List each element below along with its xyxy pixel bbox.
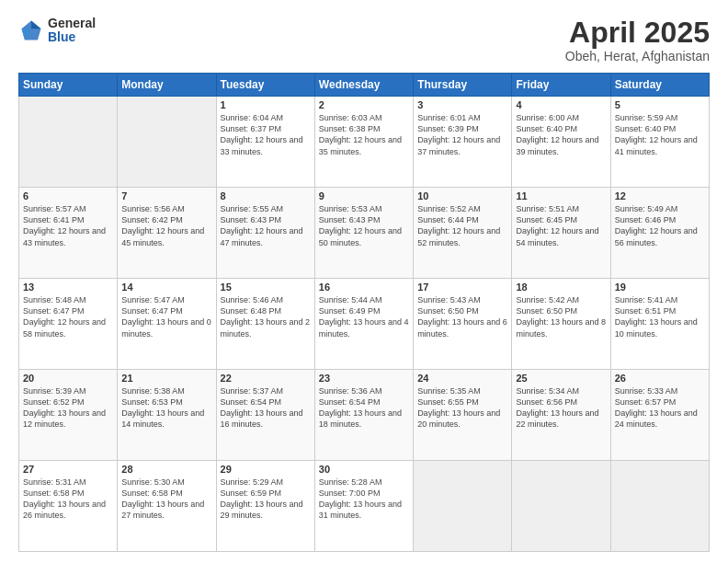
table-row: 12 Sunrise: 5:49 AM Sunset: 6:46 PM Dayl… [610, 188, 709, 279]
table-row: 25 Sunrise: 5:34 AM Sunset: 6:56 PM Dayl… [512, 370, 610, 461]
day-number: 10 [417, 190, 507, 201]
calendar-week-2: 6 Sunrise: 5:57 AM Sunset: 6:41 PM Dayli… [19, 188, 710, 279]
cell-content: Sunrise: 5:53 AM Sunset: 6:43 PM Dayligh… [319, 203, 409, 248]
cell-content: Sunrise: 6:01 AM Sunset: 6:39 PM Dayligh… [417, 112, 507, 157]
table-row: 26 Sunrise: 5:33 AM Sunset: 6:57 PM Dayl… [610, 370, 709, 461]
sunrise-text: Sunrise: 5:52 AM [417, 204, 481, 213]
sunrise-text: Sunrise: 5:49 AM [615, 204, 678, 213]
cell-content: Sunrise: 5:37 AM Sunset: 6:54 PM Dayligh… [221, 385, 311, 431]
sunset-text: Sunset: 6:54 PM [319, 397, 381, 407]
calendar-week-3: 13 Sunrise: 5:48 AM Sunset: 6:47 PM Dayl… [19, 279, 710, 370]
col-friday: Friday [512, 74, 610, 97]
sunset-text: Sunset: 6:58 PM [121, 488, 183, 498]
sunset-text: Sunset: 6:51 PM [615, 306, 677, 316]
daylight-text: Daylight: 13 hours and 20 minutes. [417, 408, 500, 429]
table-row: 30 Sunrise: 5:28 AM Sunset: 7:00 PM Dayl… [314, 461, 413, 552]
table-row: 24 Sunrise: 5:35 AM Sunset: 6:55 PM Dayl… [414, 370, 512, 461]
table-row: 7 Sunrise: 5:56 AM Sunset: 6:42 PM Dayli… [118, 188, 216, 279]
day-number: 9 [319, 190, 409, 201]
sunrise-text: Sunrise: 5:53 AM [319, 204, 382, 213]
day-number: 11 [516, 190, 606, 201]
table-row [610, 461, 709, 552]
day-number: 12 [615, 190, 705, 201]
cell-content: Sunrise: 5:29 AM Sunset: 6:59 PM Dayligh… [221, 477, 311, 522]
daylight-text: Daylight: 13 hours and 29 minutes. [221, 500, 303, 520]
day-number: 27 [23, 464, 113, 475]
daylight-text: Daylight: 13 hours and 18 minutes. [319, 408, 402, 429]
day-number: 16 [319, 282, 409, 293]
col-monday: Monday [118, 74, 216, 97]
daylight-text: Daylight: 13 hours and 26 minutes. [23, 500, 106, 520]
sunset-text: Sunset: 6:44 PM [417, 215, 479, 224]
sunrise-text: Sunrise: 5:34 AM [516, 386, 579, 396]
cell-content: Sunrise: 5:59 AM Sunset: 6:40 PM Dayligh… [615, 112, 705, 157]
sunset-text: Sunset: 7:00 PM [319, 488, 381, 498]
sunset-text: Sunset: 6:46 PM [615, 215, 677, 224]
table-row: 2 Sunrise: 6:03 AM Sunset: 6:38 PM Dayli… [314, 97, 413, 188]
logo-icon [18, 17, 44, 43]
sunrise-text: Sunrise: 5:36 AM [319, 386, 382, 396]
table-row: 18 Sunrise: 5:42 AM Sunset: 6:50 PM Dayl… [512, 279, 610, 370]
day-number: 28 [121, 464, 211, 475]
day-number: 18 [516, 282, 606, 293]
sunrise-text: Sunrise: 5:39 AM [23, 386, 86, 396]
logo-general: General [48, 17, 96, 30]
day-number: 23 [319, 373, 409, 384]
table-row [19, 97, 118, 188]
cell-content: Sunrise: 5:31 AM Sunset: 6:58 PM Dayligh… [23, 477, 113, 522]
calendar-week-5: 27 Sunrise: 5:31 AM Sunset: 6:58 PM Dayl… [19, 461, 710, 552]
cell-content: Sunrise: 5:52 AM Sunset: 6:44 PM Dayligh… [417, 203, 507, 248]
table-row: 27 Sunrise: 5:31 AM Sunset: 6:58 PM Dayl… [19, 461, 118, 552]
table-row: 5 Sunrise: 5:59 AM Sunset: 6:40 PM Dayli… [610, 97, 709, 188]
svg-marker-1 [31, 21, 41, 29]
sunset-text: Sunset: 6:54 PM [221, 397, 282, 407]
day-number: 13 [23, 282, 113, 293]
cell-content: Sunrise: 5:28 AM Sunset: 7:00 PM Dayligh… [319, 477, 409, 522]
table-row: 4 Sunrise: 6:00 AM Sunset: 6:40 PM Dayli… [512, 97, 610, 188]
sunset-text: Sunset: 6:55 PM [417, 397, 479, 407]
daylight-text: Daylight: 12 hours and 33 minutes. [221, 135, 303, 155]
cell-content: Sunrise: 5:57 AM Sunset: 6:41 PM Dayligh… [23, 203, 113, 248]
title-section: April 2025 Obeh, Herat, Afghanistan [565, 17, 710, 63]
cell-content: Sunrise: 6:00 AM Sunset: 6:40 PM Dayligh… [516, 112, 606, 157]
calendar-header-row: Sunday Monday Tuesday Wednesday Thursday… [19, 74, 710, 97]
cell-content: Sunrise: 5:49 AM Sunset: 6:46 PM Dayligh… [615, 203, 705, 248]
cell-content: Sunrise: 5:44 AM Sunset: 6:49 PM Dayligh… [319, 294, 409, 339]
logo: General Blue [18, 17, 96, 45]
table-row: 21 Sunrise: 5:38 AM Sunset: 6:53 PM Dayl… [118, 370, 216, 461]
sunrise-text: Sunrise: 5:47 AM [121, 295, 185, 304]
sunset-text: Sunset: 6:57 PM [615, 397, 677, 407]
sunset-text: Sunset: 6:38 PM [319, 124, 381, 133]
cell-content: Sunrise: 5:30 AM Sunset: 6:58 PM Dayligh… [121, 477, 211, 522]
sunset-text: Sunset: 6:40 PM [615, 124, 677, 133]
sunrise-text: Sunrise: 5:43 AM [417, 295, 481, 304]
col-wednesday: Wednesday [314, 74, 413, 97]
sunrise-text: Sunrise: 5:35 AM [417, 386, 481, 396]
cell-content: Sunrise: 5:38 AM Sunset: 6:53 PM Dayligh… [121, 385, 211, 431]
calendar-week-4: 20 Sunrise: 5:39 AM Sunset: 6:52 PM Dayl… [19, 370, 710, 461]
daylight-text: Daylight: 12 hours and 58 minutes. [23, 317, 106, 338]
day-number: 21 [121, 373, 211, 384]
sunrise-text: Sunrise: 5:57 AM [23, 204, 86, 213]
sunset-text: Sunset: 6:56 PM [516, 397, 577, 407]
cell-content: Sunrise: 6:03 AM Sunset: 6:38 PM Dayligh… [319, 112, 409, 157]
sunrise-text: Sunrise: 5:31 AM [23, 477, 86, 487]
sunset-text: Sunset: 6:50 PM [516, 306, 577, 316]
day-number: 25 [516, 373, 606, 384]
daylight-text: Daylight: 13 hours and 10 minutes. [615, 317, 698, 338]
day-number: 30 [319, 464, 409, 475]
sunset-text: Sunset: 6:41 PM [23, 215, 85, 224]
table-row: 10 Sunrise: 5:52 AM Sunset: 6:44 PM Dayl… [414, 188, 512, 279]
cell-content: Sunrise: 5:56 AM Sunset: 6:42 PM Dayligh… [121, 203, 211, 248]
cell-content: Sunrise: 5:39 AM Sunset: 6:52 PM Dayligh… [23, 385, 113, 431]
cell-content: Sunrise: 5:36 AM Sunset: 6:54 PM Dayligh… [319, 385, 409, 431]
table-row: 14 Sunrise: 5:47 AM Sunset: 6:47 PM Dayl… [118, 279, 216, 370]
sunrise-text: Sunrise: 5:48 AM [23, 295, 86, 304]
table-row: 17 Sunrise: 5:43 AM Sunset: 6:50 PM Dayl… [414, 279, 512, 370]
daylight-text: Daylight: 12 hours and 43 minutes. [23, 226, 106, 247]
sunrise-text: Sunrise: 5:42 AM [516, 295, 579, 304]
sunset-text: Sunset: 6:43 PM [221, 215, 282, 224]
sunset-text: Sunset: 6:49 PM [319, 306, 381, 316]
table-row: 9 Sunrise: 5:53 AM Sunset: 6:43 PM Dayli… [314, 188, 413, 279]
daylight-text: Daylight: 12 hours and 54 minutes. [516, 226, 598, 247]
